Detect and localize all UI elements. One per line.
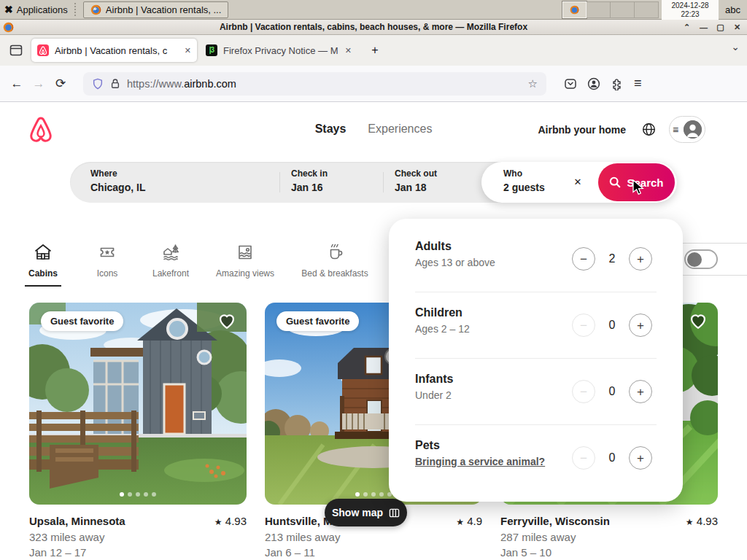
avatar [684, 120, 702, 139]
applications-icon: ✖ [4, 4, 13, 15]
clock-time: 22:23 [662, 10, 719, 20]
infants-increment-button[interactable]: + [629, 380, 652, 403]
forward-button[interactable]: → [28, 77, 50, 91]
workspace-4[interactable] [635, 1, 659, 18]
pets-count: 0 [603, 451, 622, 464]
listing-title[interactable]: Upsala, Minnesota [29, 515, 125, 527]
mozilla-favicon: |3 [206, 44, 217, 56]
airbnb-page: Stays Experiences Airbnb your home ≡ [0, 102, 747, 560]
category-bed-breakfasts[interactable]: Bed & breakfasts [291, 243, 379, 279]
tab-experiences[interactable]: Experiences [368, 122, 432, 136]
tab-close-icon[interactable]: ✕ [345, 46, 352, 55]
listing-rating: ★ 4.93 [214, 515, 247, 527]
url-bar[interactable]: https://www.airbnb.com ☆ [83, 72, 546, 96]
firefox-view-button[interactable] [7, 42, 25, 59]
url-text[interactable]: https://www.airbnb.com [127, 78, 522, 90]
pets-increment-button[interactable]: + [629, 446, 652, 470]
reload-button[interactable]: ⟳ [50, 76, 71, 91]
new-tab-button[interactable]: + [366, 42, 384, 58]
listing-photo[interactable]: Guest favorite [29, 303, 247, 505]
search-button[interactable]: Search [598, 163, 675, 201]
ticket-icon [78, 243, 136, 262]
taskbar-grip [74, 3, 78, 16]
account-icon[interactable] [587, 77, 600, 90]
search-bar: Where Chicago, IL Check in Jan 16 Check … [70, 162, 677, 203]
children-decrement-button[interactable]: − [572, 314, 595, 337]
bookmark-star-icon[interactable]: ☆ [528, 77, 538, 90]
wishlist-heart-icon[interactable] [689, 311, 708, 330]
price-display-toggle[interactable] [674, 243, 747, 276]
photo-pagination-dots [29, 492, 247, 497]
workspace-3[interactable] [611, 1, 635, 18]
tab-title: Firefox Privacy Notice — M [223, 45, 341, 56]
divider [415, 292, 657, 292]
search-where[interactable]: Where Chicago, IL [90, 168, 145, 193]
back-button[interactable]: ← [6, 77, 28, 91]
clear-guests-button[interactable]: ✕ [569, 174, 587, 191]
category-amazing-views[interactable]: Amazing views [209, 243, 282, 279]
tracking-shield-icon[interactable] [92, 78, 104, 90]
menu-hamburger-icon: ≡ [673, 124, 678, 136]
divider [279, 172, 280, 192]
guest-row-infants: Infants Under 2 − 0 + [415, 372, 652, 411]
clock: 2024-12-28 22:23 [662, 0, 719, 20]
adults-increment-button[interactable]: + [629, 247, 652, 271]
category-lakefront[interactable]: Lakefront [142, 243, 200, 279]
listing-distance: 323 miles away [29, 531, 104, 543]
taskbar-window-button[interactable]: Airbnb | Vacation rentals, ... [83, 1, 229, 18]
amazing-views-icon [209, 243, 282, 262]
category-cabins[interactable]: Cabins [14, 243, 72, 279]
list-all-tabs-button[interactable]: ⌄ [731, 41, 740, 52]
search-checkin[interactable]: Check in Jan 16 [291, 168, 328, 193]
listing-title[interactable]: Huntsville, M [265, 515, 333, 527]
show-map-button[interactable]: Show map [325, 499, 407, 526]
workspace-pager[interactable] [562, 1, 659, 18]
tab-close-icon[interactable]: ✕ [185, 46, 191, 55]
children-count: 0 [603, 319, 622, 332]
menu-hamburger-icon[interactable]: ≡ [634, 76, 642, 91]
listing-card[interactable]: Guest favorite Upsala, Minnesota ★ 4.93 … [29, 303, 247, 505]
user-menu-button[interactable]: ≡ [669, 116, 705, 143]
search-checkout[interactable]: Check out Jan 18 [395, 168, 437, 193]
tab-airbnb[interactable]: Airbnb | Vacation rentals, c ✕ [31, 39, 197, 62]
guest-picker-panel: Adults Ages 13 or above − 2 + Children A… [389, 219, 683, 502]
divider [415, 358, 657, 359]
tab-privacy-notice[interactable]: |3 Firefox Privacy Notice — M ✕ [200, 39, 357, 62]
language-globe-icon[interactable] [642, 122, 656, 136]
toggle-switch[interactable] [684, 249, 718, 269]
infants-decrement-button[interactable]: − [572, 380, 595, 403]
extensions-puzzle-icon[interactable] [611, 77, 624, 90]
window-minimize-button[interactable]: — [695, 23, 712, 32]
workspace-2[interactable] [587, 1, 611, 18]
pocket-icon[interactable] [564, 77, 577, 90]
window-close-button[interactable]: ✕ [729, 23, 746, 32]
airbnb-favicon [37, 44, 49, 56]
workspace-1[interactable] [562, 1, 587, 18]
tab-title: Airbnb | Vacation rentals, c [55, 45, 180, 56]
adults-decrement-button[interactable]: − [572, 247, 595, 271]
os-taskbar: ✖ Applications Airbnb | Vacation rentals… [0, 0, 747, 20]
airbnb-your-home-link[interactable]: Airbnb your home [538, 124, 626, 136]
search-who[interactable]: Who 2 guests ✕ Search [481, 162, 677, 203]
guest-row-pets: Pets Bringing a service animal? − 0 + [415, 438, 652, 478]
window-shade-button[interactable]: ⌃ [678, 23, 695, 32]
lock-icon[interactable] [110, 78, 120, 89]
infants-count: 0 [603, 385, 622, 398]
listing-dates: Jan 6 – 11 [265, 546, 315, 559]
window-maximize-button[interactable]: ▢ [712, 23, 729, 32]
listing-title[interactable]: Ferryville, Wisconsin [500, 515, 610, 527]
toggle-knob [687, 252, 702, 267]
children-increment-button[interactable]: + [629, 314, 652, 337]
guest-favorite-badge: Guest favorite [41, 311, 123, 331]
guest-row-children: Children Ages 2 – 12 − 0 + [415, 306, 652, 345]
tab-stays[interactable]: Stays [315, 122, 347, 136]
firefox-icon [90, 4, 101, 15]
firefox-icon [3, 22, 14, 33]
wishlist-heart-icon[interactable] [217, 311, 236, 330]
category-icons[interactable]: Icons [78, 243, 136, 279]
workspace-firefox-icon [570, 5, 579, 15]
firefox-view-icon [9, 43, 23, 58]
applications-menu[interactable]: ✖ Applications [0, 0, 72, 19]
pets-decrement-button[interactable]: − [572, 446, 595, 470]
guest-row-adults: Adults Ages 13 or above − 2 + [415, 239, 652, 279]
